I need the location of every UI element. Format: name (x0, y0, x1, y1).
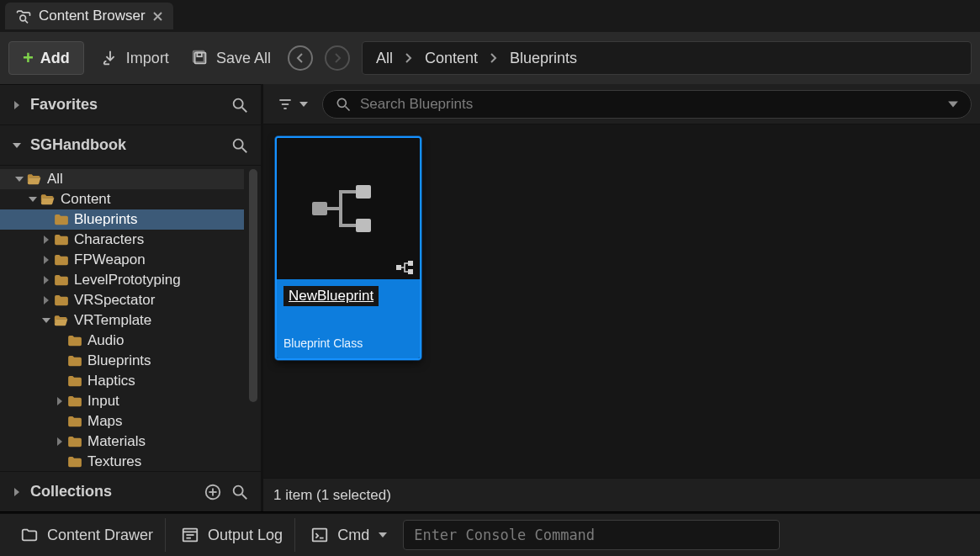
tree-node[interactable]: VRSpectator (0, 290, 244, 310)
search-icon (335, 96, 352, 113)
terminal-icon (310, 526, 329, 544)
tree-node[interactable]: Textures (0, 452, 244, 471)
tree-node[interactable]: Haptics (0, 371, 244, 391)
svg-line-8 (242, 107, 247, 112)
tree-node[interactable]: Characters (0, 230, 244, 250)
content-drawer-button[interactable]: Content Drawer (8, 518, 166, 552)
folder-icon (67, 416, 87, 427)
tree-node-label: Maps (87, 413, 123, 430)
tree-node-label: All (47, 171, 63, 188)
chevron-down-icon (378, 530, 388, 540)
asset-type-label: Blueprint Class (283, 336, 413, 350)
breadcrumb-item[interactable]: Content (425, 50, 478, 67)
tree-node-label: VRTemplate (74, 312, 151, 329)
tree-node[interactable]: Maps (0, 411, 244, 432)
tree-node-label: Haptics (87, 373, 135, 389)
svg-rect-26 (408, 269, 413, 274)
add-button[interactable]: + Add (8, 41, 84, 75)
svg-point-14 (234, 485, 243, 495)
chevron-down-icon[interactable] (40, 316, 52, 325)
chevron-right-icon[interactable] (54, 437, 66, 446)
tree-node[interactable]: VRTemplate (0, 310, 244, 331)
main-toolbar (263, 84, 980, 124)
tree-node[interactable]: Input (0, 391, 244, 411)
folder-icon (67, 335, 87, 347)
search-icon[interactable] (230, 136, 249, 155)
folder-icon (27, 173, 47, 185)
chevron-down-icon[interactable] (947, 98, 959, 110)
tree-node[interactable]: Content (0, 189, 244, 209)
chevron-right-icon[interactable] (54, 397, 66, 405)
tab-content-browser[interactable]: Content Browser (5, 3, 173, 29)
search-icon[interactable] (230, 96, 249, 114)
collections-label: Collections (30, 483, 112, 500)
asset-item[interactable]: NewBlueprint Blueprint Class (275, 136, 421, 360)
chevron-right-icon (12, 487, 22, 497)
chevron-down-icon[interactable] (13, 175, 25, 183)
favorites-section[interactable]: Favorites (0, 85, 261, 125)
chevron-right-icon[interactable] (40, 236, 52, 244)
folder-icon (54, 214, 74, 225)
svg-rect-21 (312, 202, 327, 215)
asset-name-input[interactable]: NewBlueprint (283, 286, 379, 306)
nav-back-button[interactable] (288, 45, 313, 71)
chevron-down-icon (299, 99, 309, 109)
breadcrumb-item[interactable]: Blueprints (510, 50, 577, 67)
folder-icon (67, 355, 87, 367)
project-section[interactable]: SGHandbook (0, 125, 261, 166)
svg-point-0 (20, 15, 26, 21)
tree-node[interactable]: Blueprints (0, 351, 244, 371)
favorites-label: Favorites (30, 96, 98, 114)
collections-section[interactable]: Collections (0, 471, 261, 511)
search-icon[interactable] (230, 483, 249, 501)
tree-node-label: Textures (87, 453, 141, 470)
svg-line-20 (346, 106, 350, 110)
svg-rect-25 (408, 261, 413, 266)
folder-icon (54, 274, 74, 286)
import-icon (101, 49, 119, 67)
tab-title: Content Browser (39, 8, 146, 24)
tree-node[interactable]: Materials (0, 432, 244, 452)
folder-icon (67, 436, 87, 447)
search-input[interactable] (360, 96, 939, 113)
search-input-wrap[interactable] (322, 90, 972, 119)
console-input-wrap[interactable] (403, 520, 780, 550)
svg-line-10 (242, 147, 247, 152)
close-icon[interactable] (152, 11, 163, 22)
bottom-bar: Content Drawer Output Log Cmd (0, 512, 980, 556)
folder-icon (67, 375, 87, 387)
tree-node[interactable]: Audio (0, 331, 244, 351)
nav-forward-button[interactable] (325, 45, 350, 71)
folder-icon (54, 234, 74, 246)
console-input[interactable] (414, 527, 769, 543)
import-button[interactable]: Import (96, 49, 174, 67)
breadcrumb-item[interactable]: All (376, 50, 393, 67)
tree-node-label: Materials (87, 433, 146, 450)
cmd-selector[interactable]: Cmd (299, 518, 400, 552)
add-button-label: Add (40, 50, 70, 67)
svg-point-9 (234, 139, 243, 148)
add-collection-icon[interactable] (204, 483, 222, 501)
tree-node-label: Input (87, 393, 119, 410)
asset-grid: NewBlueprint Blueprint Class (263, 124, 980, 478)
filter-button[interactable] (272, 93, 314, 116)
svg-rect-23 (356, 219, 371, 232)
chevron-down-icon (12, 140, 22, 151)
output-log-button[interactable]: Output Log (169, 518, 295, 552)
tree-node[interactable]: LevelPrototyping (0, 270, 244, 290)
scrollbar[interactable] (249, 169, 257, 468)
tree-node-label: Content (61, 191, 111, 208)
save-all-label: Save All (216, 50, 271, 67)
save-all-button[interactable]: Save All (186, 49, 276, 67)
tree-node[interactable]: Blueprints (0, 209, 244, 230)
chevron-right-icon[interactable] (40, 276, 52, 284)
tree-node[interactable]: All (0, 169, 244, 189)
chevron-right-icon[interactable] (40, 256, 52, 264)
chevron-right-icon[interactable] (40, 296, 52, 304)
content-drawer-label: Content Drawer (47, 527, 153, 544)
folder-icon (54, 254, 74, 266)
chevron-down-icon[interactable] (27, 195, 39, 204)
tree-node[interactable]: FPWeapon (0, 250, 244, 270)
output-log-icon (181, 526, 199, 544)
tree-node-label: VRSpectator (74, 292, 155, 309)
